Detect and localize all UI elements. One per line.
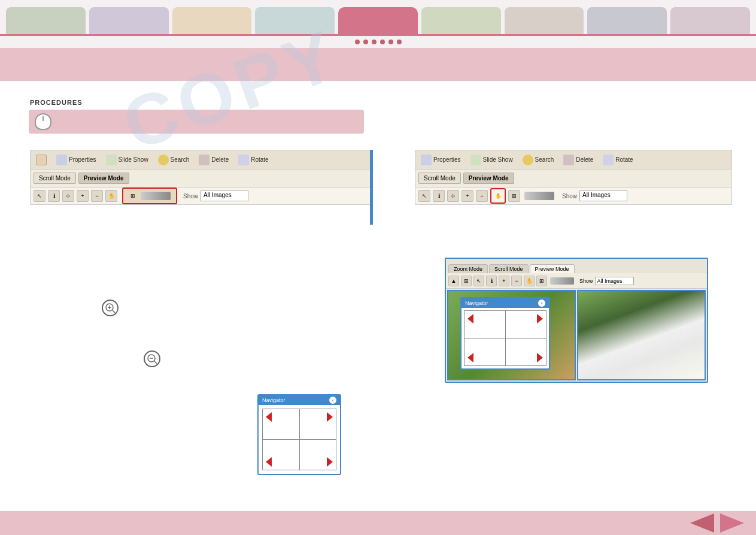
show-label-1: Show [183,193,198,200]
show-dropdown-1[interactable]: All Images [201,191,248,201]
mouse-icon-area [29,110,364,134]
tb-btn-delete[interactable]: Delete [196,153,231,167]
tb2-btn-search[interactable]: Search [520,153,557,167]
tb-btn-properties[interactable]: Properties [54,153,99,167]
info-btn[interactable]: ℹ [48,190,60,202]
fit-btn[interactable]: ⊞ [127,190,139,202]
procedures-label: PROCEDURES [30,99,83,106]
scroll-mode-btn[interactable]: Scroll Mode [34,173,76,184]
dot-5 [388,40,393,44]
z-slider[interactable] [550,277,574,285]
z-arrow-btn[interactable]: ↖ [473,276,484,286]
zoom-out-btn[interactable]: − [91,190,103,202]
slideshow-icon [106,155,117,165]
navigator-grid-inner [464,310,546,366]
zoom-in-btn[interactable]: + [77,190,89,202]
properties-label: Properties [69,156,96,163]
navigator-standalone-close-btn[interactable]: × [329,397,336,404]
z-fit-btn[interactable]: ⊞ [536,276,547,286]
tb-btn-rotate[interactable]: Rotate [236,153,271,167]
tb2-hand-btn[interactable]: ✋ [492,190,504,202]
dot-1 [355,40,360,44]
search-icon [158,155,169,165]
z-info-btn[interactable]: ℹ [486,276,497,286]
nav-standalone-arrow-bl [266,457,272,467]
tb2-preview-mode-btn[interactable]: Preview Mode [463,173,514,184]
hand-btn[interactable]: ✋ [105,190,117,202]
mouse-icon [35,113,51,130]
preview-mode-btn[interactable]: Preview Mode [78,173,129,184]
tab-5-active[interactable] [338,7,418,34]
delete-label: Delete [211,156,229,163]
nav-arrow-br [537,353,543,362]
tab-4[interactable] [255,7,335,34]
slider-control[interactable] [141,192,171,200]
nav-arrow-tl [467,314,473,324]
tb-btn-page[interactable] [34,153,49,167]
dot-2 [363,40,368,44]
zoom-mode-tab[interactable]: Zoom Mode [448,264,488,273]
blue-bar [370,150,373,225]
scroll-mode-tab[interactable]: Scroll Mode [489,264,529,273]
tb-btn-search[interactable]: Search [156,153,192,167]
nav-cell-bl [464,338,505,365]
tb2-slider-control[interactable] [524,192,554,200]
tb2-select-btn[interactable]: ⊹ [447,190,459,202]
nav-standalone-arrow-tl [266,412,272,422]
tb2-search-label: Search [535,156,554,163]
nav-standalone-cell-bl [263,440,299,470]
footer [0,511,756,535]
toolbar2-row-2: Scroll Mode Preview Mode [415,170,731,188]
tb2-properties-icon [421,155,432,165]
tab-2[interactable] [89,7,169,34]
tab-8[interactable] [587,7,667,34]
tab-3[interactable] [172,7,252,34]
tb2-scroll-mode-btn[interactable]: Scroll Mode [418,173,461,184]
tb2-slideshow-icon [470,155,481,165]
zoom-tab-row: Zoom Mode Scroll Mode Preview Mode [446,259,707,273]
tb2-info-btn[interactable]: ℹ [433,190,445,202]
tb2-btn-rotate[interactable]: Rotate [600,153,635,167]
tb-btn-slideshow[interactable]: Slide Show [104,153,151,167]
select-btn[interactable]: ⊹ [62,190,74,202]
tb2-rotate-icon [603,155,614,165]
preview-mode-tab[interactable]: Preview Mode [530,264,575,273]
zoom-image-right [577,290,706,380]
prev-page-arrow[interactable] [690,513,714,533]
tb2-btn-slideshow[interactable]: Slide Show [468,153,515,167]
page-icon [36,155,47,165]
tab-7[interactable] [505,7,584,34]
z-select-btn[interactable]: ⊞ [461,276,472,286]
arrow-btn[interactable]: ↖ [34,190,45,202]
nav-cell-br [506,338,546,365]
next-page-arrow[interactable] [720,513,744,533]
rotate-icon [238,155,249,165]
tb2-delete-icon [563,155,574,165]
tb2-btn-delete[interactable]: Delete [561,153,596,167]
zoom-in-icon[interactable] [102,300,119,316]
tb2-properties-label: Properties [433,156,461,163]
toolbar-row-1: Properties Slide Show Search Delete Rota… [31,150,371,170]
show-dropdown-2[interactable]: All Images [579,191,627,201]
sub-header-banner [0,48,756,81]
tab-6[interactable] [421,7,501,34]
nav-cell-tl [464,311,505,338]
rotate-label: Rotate [251,156,268,163]
z-zoom-out-btn[interactable]: − [511,276,522,286]
z-hand-btn[interactable]: ✋ [524,276,535,286]
tb2-zoom-out-btn[interactable]: − [476,190,488,202]
tab-1[interactable] [6,7,86,34]
tab-9[interactable] [670,7,750,34]
z-show-dropdown[interactable]: All Images [595,277,634,285]
dot-3 [372,40,377,44]
navigator-close-btn-inner[interactable]: × [538,300,545,307]
tb2-fit-btn[interactable]: ⊞ [508,190,520,202]
nav-standalone-arrow-br [327,457,333,467]
tb2-arrow-btn[interactable]: ↖ [418,190,430,202]
tb2-zoom-in-btn[interactable]: + [462,190,473,202]
zoom-out-icon[interactable] [144,350,160,367]
z-up-btn[interactable]: ▲ [448,276,459,286]
tb2-btn-properties[interactable]: Properties [418,153,463,167]
tb2-hand-highlight: ✋ [490,188,506,204]
z-zoom-in-btn[interactable]: + [499,276,509,286]
